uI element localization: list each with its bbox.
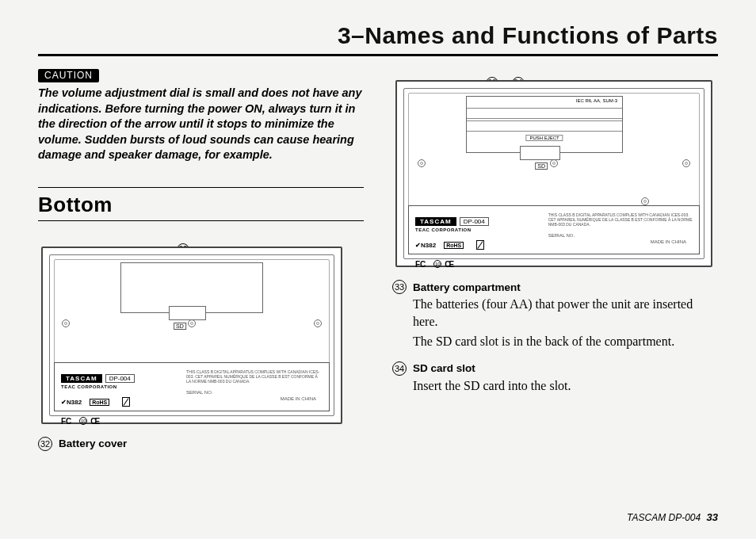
- desc-33b: The SD card slot is in the back of the c…: [413, 333, 718, 350]
- batt-spec: IEC R6, AA, SUM-3: [576, 98, 617, 103]
- made-in-label: MADE IN CHINA: [281, 396, 316, 401]
- name-32: Battery cover: [59, 438, 127, 449]
- left-column: CAUTION The volume adjustment dial is sm…: [38, 67, 364, 462]
- rohs-mark: RoHS: [90, 399, 109, 406]
- caution-block: CAUTION The volume adjustment dial is sm…: [38, 67, 364, 163]
- corp-label: TEAC CORPORATION: [61, 384, 175, 389]
- def-32: 32Battery cover: [38, 437, 364, 451]
- ce-mark: CE: [90, 417, 98, 426]
- page-footer: TASCAM DP-004 33: [627, 511, 718, 523]
- caution-badge: CAUTION: [38, 69, 99, 82]
- figure-bottom-open: 33 34 IEC R6, AA, SUM-3: [395, 80, 718, 267]
- chapter-title: 3–Names and Functions of Parts: [38, 22, 718, 56]
- desc-33a: The batteries (four AA) that power the u…: [413, 296, 718, 330]
- serial-label: SERIAL NO.: [186, 390, 323, 395]
- desc-34: Insert the SD card into the slot.: [413, 377, 718, 395]
- two-column-layout: CAUTION The volume adjustment dial is sm…: [38, 67, 718, 462]
- brand-label: TASCAM: [61, 374, 102, 383]
- label-plate-2: TASCAMDP-004 TEAC CORPORATION ✔N382 RoHS…: [408, 205, 700, 254]
- figure-bottom-closed: 32 SD TASCAMDP-004 TEAC CORPOR: [41, 247, 364, 424]
- footer-page-number: 33: [707, 511, 718, 523]
- compliance-text: THIS CLASS B DIGITAL APPARATUS COMPLIES …: [186, 369, 323, 384]
- def-34: 34SD card slot Insert the SD card into t…: [392, 361, 718, 395]
- cert-code: ✔N382: [61, 399, 82, 406]
- caution-text: The volume adjustment dial is small and …: [38, 86, 364, 163]
- num-34: 34: [392, 361, 407, 376]
- push-eject: PUSH EJECT: [525, 135, 563, 141]
- section-heading: Bottom: [38, 193, 364, 217]
- label-plate: TASCAMDP-004 TEAC CORPORATION ✔N382 RoHS…: [54, 362, 330, 411]
- device-illustration-closed: SD TASCAMDP-004 TEAC CORPORATION ✔N382 R…: [41, 247, 342, 424]
- fcc-mark: FC: [61, 417, 71, 426]
- right-column: 33 34 IEC R6, AA, SUM-3: [392, 67, 718, 462]
- battery-compartment-open: IEC R6, AA, SUM-3 PUSH EJECT: [466, 96, 623, 153]
- manual-page: 3–Names and Functions of Parts CAUTION T…: [0, 0, 756, 539]
- device-illustration-open: IEC R6, AA, SUM-3 PUSH EJECT SD TASCAMDP…: [395, 80, 712, 267]
- footer-product: TASCAM DP-004: [627, 512, 701, 523]
- model-label: DP-004: [105, 374, 135, 383]
- sd-label-2: SD: [535, 162, 548, 170]
- weee-icon: [122, 397, 130, 407]
- name-33: Battery compartment: [413, 281, 521, 293]
- num-32: 32: [38, 437, 52, 451]
- num-33: 33: [392, 280, 407, 294]
- name-34: SD card slot: [413, 362, 475, 374]
- section-rule-top: [38, 187, 364, 188]
- section-rule-bottom: [38, 220, 364, 221]
- def-33: 33Battery compartment The batteries (fou…: [392, 280, 718, 350]
- circled-mark: 10: [79, 417, 87, 425]
- sd-label: SD: [174, 323, 186, 330]
